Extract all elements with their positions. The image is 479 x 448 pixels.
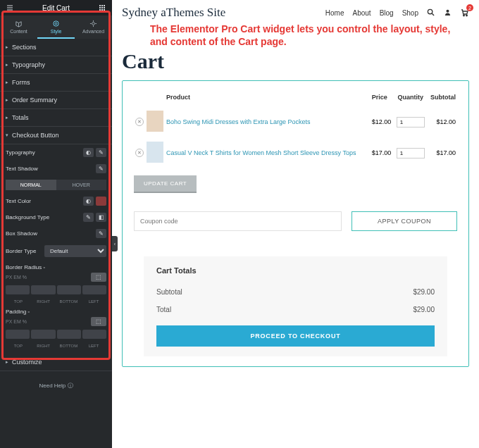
link-icon[interactable]: ⬚ bbox=[91, 273, 106, 282]
coupon-row: APPLY COUPON bbox=[134, 211, 457, 231]
tab-style[interactable]: Style bbox=[37, 15, 75, 39]
site-brand[interactable]: Sydney aThemes Site bbox=[122, 6, 225, 20]
section-customize[interactable]: Customize bbox=[0, 354, 112, 371]
edit-icon[interactable]: ✎ bbox=[96, 229, 106, 238]
help-link[interactable]: Need Help ⓘ bbox=[0, 371, 112, 400]
qty-input[interactable] bbox=[397, 117, 425, 127]
svg-rect-8 bbox=[104, 9, 105, 11]
update-cart-button[interactable]: UPDATE CART bbox=[134, 175, 197, 192]
th-product: Product bbox=[165, 91, 371, 106]
page-title: Cart bbox=[122, 49, 469, 73]
product-link[interactable]: Boho Swing Midi Dresses with Extra Large… bbox=[165, 106, 371, 137]
svg-rect-3 bbox=[99, 7, 101, 8]
coupon-input[interactable] bbox=[134, 211, 342, 231]
svg-point-13 bbox=[446, 10, 449, 13]
svg-rect-2 bbox=[104, 5, 105, 6]
dim-input[interactable] bbox=[6, 285, 30, 294]
tab-advanced[interactable]: Advanced bbox=[75, 15, 112, 39]
border-radius-units: PX EM % ⬚ bbox=[0, 270, 112, 284]
remove-button[interactable]: ✕ bbox=[135, 118, 144, 126]
th-price: Price bbox=[371, 91, 394, 106]
price-cell: $12.00 bbox=[371, 106, 394, 137]
search-icon[interactable] bbox=[427, 8, 435, 17]
control-padding: Padding ▫ bbox=[0, 305, 112, 315]
dim-input[interactable] bbox=[82, 330, 106, 339]
cart-table: Product Price Quantity Subtotal ✕ Boho S… bbox=[134, 91, 457, 168]
table-row: ✕ Casual V Neck T Shirts for Women Mesh … bbox=[134, 137, 457, 168]
svg-rect-0 bbox=[99, 5, 101, 6]
cart-badge: 2 bbox=[466, 4, 473, 11]
section-order-summary[interactable]: Order Summary bbox=[0, 92, 112, 109]
state-normal[interactable]: NORMAL bbox=[6, 180, 56, 190]
state-tabs: NORMAL HOVER bbox=[6, 180, 106, 190]
checkout-button[interactable]: PROCEED TO CHECKOUT bbox=[156, 325, 435, 347]
svg-rect-5 bbox=[104, 7, 105, 8]
section-sections[interactable]: Sections bbox=[0, 39, 112, 56]
edit-icon[interactable]: ✎ bbox=[96, 164, 106, 173]
globe-icon[interactable]: ◐ bbox=[83, 197, 94, 206]
svg-rect-7 bbox=[101, 9, 103, 11]
main-nav: Home About Blog Shop 2 bbox=[325, 8, 469, 17]
svg-point-9 bbox=[54, 21, 58, 26]
section-totals[interactable]: Totals bbox=[0, 109, 112, 127]
qty-input[interactable] bbox=[397, 148, 425, 158]
section-typography[interactable]: Typography bbox=[0, 56, 112, 74]
remove-button[interactable]: ✕ bbox=[135, 149, 144, 157]
svg-rect-6 bbox=[99, 9, 101, 11]
state-hover[interactable]: HOVER bbox=[56, 180, 107, 190]
sidebar-tabs: Content Style Advanced bbox=[0, 15, 112, 39]
cart-icon[interactable]: 2 bbox=[461, 8, 469, 17]
svg-rect-4 bbox=[101, 7, 103, 8]
product-thumb[interactable] bbox=[147, 142, 163, 163]
edit-icon[interactable]: ✎ bbox=[96, 148, 106, 157]
menu-icon[interactable] bbox=[6, 4, 14, 12]
site-header: Sydney aThemes Site Home About Blog Shop… bbox=[122, 6, 469, 20]
nav-home[interactable]: Home bbox=[325, 9, 344, 17]
control-border-type: Border Type Default bbox=[0, 242, 112, 261]
link-icon[interactable]: ⬚ bbox=[91, 317, 106, 326]
table-row: ✕ Boho Swing Midi Dresses with Extra Lar… bbox=[134, 106, 457, 137]
apply-coupon-button[interactable]: APPLY COUPON bbox=[352, 211, 457, 231]
control-background-type: Background Type ✎◧ bbox=[0, 209, 112, 225]
dim-input[interactable] bbox=[6, 330, 30, 339]
product-thumb[interactable] bbox=[147, 111, 163, 132]
tab-content[interactable]: Content bbox=[0, 15, 37, 39]
dim-labels: TOPRIGHTBOTTOMLEFT bbox=[0, 298, 112, 305]
product-link[interactable]: Casual V Neck T Shirts for Women Mesh Sh… bbox=[165, 137, 371, 168]
dim-input[interactable] bbox=[57, 285, 81, 294]
globe-icon[interactable]: ◐ bbox=[83, 148, 94, 157]
dim-input[interactable] bbox=[57, 330, 81, 339]
svg-point-14 bbox=[464, 15, 465, 16]
section-checkout-button[interactable]: Checkout Button bbox=[0, 127, 112, 144]
brush-icon[interactable]: ✎ bbox=[83, 213, 94, 222]
help-icon: ⓘ bbox=[68, 382, 73, 389]
control-text-shadow: Text Shadow ✎ bbox=[0, 161, 112, 177]
subtotal-row: Subtotal $29.00 bbox=[156, 283, 435, 301]
svg-point-11 bbox=[92, 23, 95, 25]
subtotal-cell: $12.00 bbox=[427, 106, 457, 137]
panel-title: Edit Cart bbox=[14, 4, 98, 12]
svg-point-15 bbox=[466, 15, 468, 16]
border-type-select[interactable]: Default bbox=[44, 245, 106, 257]
section-forms[interactable]: Forms bbox=[0, 74, 112, 92]
dim-input[interactable] bbox=[31, 285, 55, 294]
dim-input[interactable] bbox=[31, 330, 55, 339]
cart-totals: Cart Totals Subtotal $29.00 Total $29.00… bbox=[144, 256, 447, 356]
total-row: Total $29.00 bbox=[156, 301, 435, 318]
nav-shop[interactable]: Shop bbox=[402, 9, 418, 17]
border-radius-inputs bbox=[0, 284, 112, 298]
padding-inputs bbox=[0, 328, 112, 342]
gradient-icon[interactable]: ◧ bbox=[96, 213, 106, 222]
nav-blog[interactable]: Blog bbox=[380, 9, 394, 17]
svg-point-10 bbox=[55, 23, 57, 25]
dim-input[interactable] bbox=[82, 285, 106, 294]
apps-icon[interactable] bbox=[98, 4, 106, 12]
svg-rect-1 bbox=[101, 5, 103, 6]
dim-labels: TOPRIGHTBOTTOMLEFT bbox=[0, 342, 112, 349]
user-icon[interactable] bbox=[444, 8, 452, 17]
control-box-shadow: Box Shadow ✎ bbox=[0, 225, 112, 242]
color-swatch[interactable] bbox=[96, 197, 106, 206]
padding-units: PX EM % ⬚ bbox=[0, 315, 112, 328]
th-subtotal: Subtotal bbox=[427, 91, 457, 106]
nav-about[interactable]: About bbox=[352, 9, 371, 17]
